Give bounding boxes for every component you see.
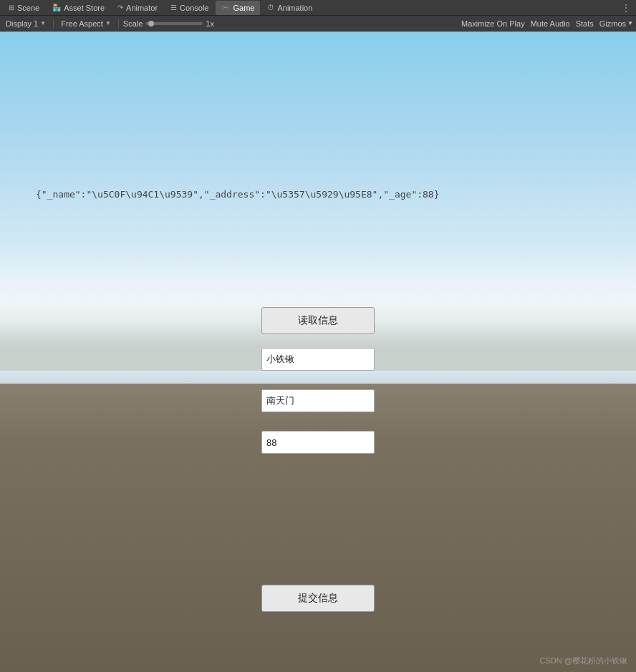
gizmos-dropdown[interactable]: Gizmos ▼ xyxy=(599,19,633,28)
game-viewport: {"_name":"\u5C0F\u94C1\u9539","_address"… xyxy=(0,31,636,672)
tab-asset-store-label: Asset Store xyxy=(64,4,105,12)
tab-bar: ⊞ Scene 🏪 Asset Store ↷ Animator ☰ Conso… xyxy=(0,0,636,16)
aspect-arrow-icon: ▼ xyxy=(105,20,111,26)
submit-info-button[interactable]: 提交信息 xyxy=(261,585,375,612)
aspect-label: Free Aspect xyxy=(61,19,103,28)
tab-scene-label: Scene xyxy=(17,4,39,12)
animation-icon: ⏱ xyxy=(267,4,274,11)
tab-animator-label: Animator xyxy=(126,4,158,12)
tab-game[interactable]: 🎮 Game xyxy=(216,1,260,15)
asset-store-icon: 🏪 xyxy=(52,4,61,11)
scale-thumb xyxy=(148,21,154,26)
name-value: 小铁锹 xyxy=(266,353,294,366)
scene-icon: ⊞ xyxy=(9,4,14,11)
animator-icon: ↷ xyxy=(117,4,123,11)
stats-button[interactable]: Stats xyxy=(576,19,594,28)
tab-asset-store[interactable]: 🏪 Asset Store xyxy=(47,1,110,15)
gizmos-label: Gizmos xyxy=(599,19,626,28)
tab-animation[interactable]: ⏱ Animation xyxy=(261,1,318,15)
tab-animation-label: Animation xyxy=(277,4,312,12)
ground-background xyxy=(0,384,636,672)
separator-2 xyxy=(118,19,119,29)
scale-text: Scale xyxy=(123,19,143,28)
tab-console[interactable]: ☰ Console xyxy=(165,1,214,15)
tab-animator[interactable]: ↷ Animator xyxy=(112,1,163,15)
separator-1 xyxy=(53,19,54,29)
maximize-on-play-button[interactable]: Maximize On Play xyxy=(461,19,525,28)
gizmos-arrow-icon: ▼ xyxy=(627,20,633,26)
console-icon: ☰ xyxy=(170,4,177,11)
game-toolbar: Display 1 ▼ Free Aspect ▼ Scale 1x Maxim… xyxy=(0,16,636,31)
scale-value: 1x xyxy=(206,19,214,28)
tab-scene[interactable]: ⊞ Scene xyxy=(3,1,45,15)
json-output-text: {"_name":"\u5C0F\u94C1\u9539","_address"… xyxy=(36,189,440,200)
display-label: Display 1 xyxy=(6,19,38,28)
name-input[interactable]: 小铁锹 xyxy=(261,348,375,371)
aspect-selector[interactable]: Free Aspect ▼ xyxy=(58,19,114,28)
tab-more-button[interactable]: ⋮ xyxy=(619,3,633,13)
address-input[interactable]: 南天门 xyxy=(261,389,375,412)
game-icon: 🎮 xyxy=(221,4,230,11)
mute-audio-button[interactable]: Mute Audio xyxy=(531,19,570,28)
display-arrow-icon: ▼ xyxy=(40,20,46,26)
read-info-button[interactable]: 读取信息 xyxy=(261,307,375,334)
watermark-text: CSDN @樱花粉的小铁锹 xyxy=(540,656,627,666)
scale-slider[interactable] xyxy=(145,22,203,25)
age-input[interactable]: 88 xyxy=(261,431,375,454)
tab-console-label: Console xyxy=(180,4,208,12)
toolbar-right: Maximize On Play Mute Audio Stats Gizmos… xyxy=(461,19,633,28)
tab-game-label: Game xyxy=(233,4,254,12)
age-value: 88 xyxy=(266,437,276,448)
address-value: 南天门 xyxy=(266,394,294,407)
display-selector[interactable]: Display 1 ▼ xyxy=(3,19,49,28)
